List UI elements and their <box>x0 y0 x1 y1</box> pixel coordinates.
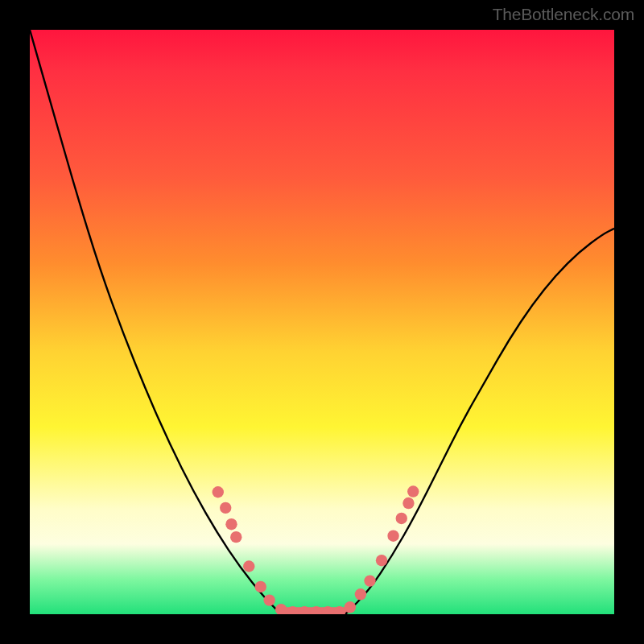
pink-dot <box>243 560 254 572</box>
pink-dot <box>345 601 356 613</box>
pink-dot <box>225 518 237 530</box>
pink-dot <box>407 485 419 497</box>
pink-dots-group <box>213 485 419 614</box>
pink-dot <box>275 604 287 614</box>
chart-container: TheBottleneck.com <box>0 0 644 644</box>
pink-dot <box>230 531 242 543</box>
pink-dot <box>364 575 375 586</box>
pink-dot <box>220 502 231 514</box>
pink-dot <box>396 513 407 524</box>
pink-dot <box>387 530 398 542</box>
pink-dot <box>213 486 224 497</box>
watermark-text: TheBottleneck.com <box>493 5 634 24</box>
pink-dot <box>263 594 275 605</box>
pink-dot <box>376 555 387 566</box>
pink-dot <box>402 497 414 509</box>
pink-dot <box>255 581 266 592</box>
left-curve <box>30 30 281 614</box>
plot-area <box>30 30 614 614</box>
pink-dot <box>355 588 366 600</box>
chart-svg <box>30 30 614 614</box>
